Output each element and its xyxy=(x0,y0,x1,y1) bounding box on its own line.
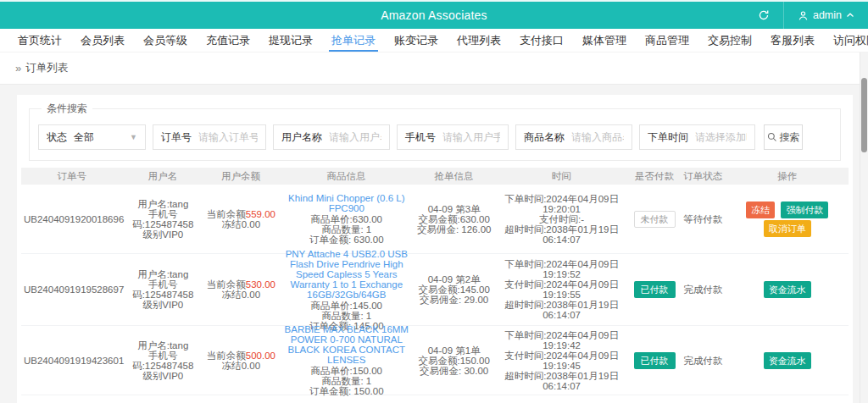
user-balance: 当前余额500.00 冻结0.00 xyxy=(203,351,280,371)
col-header-balance: 用户余额 xyxy=(203,171,279,181)
expire-time: 超时时间:2038年01月19日 06:14:07 xyxy=(497,300,626,320)
tab-recharge-records[interactable]: 充值记录 xyxy=(197,29,259,52)
balance-value: 530.00 xyxy=(246,279,275,290)
user-info: 用户名:tang 手机号码:125487458 级别VIP0 xyxy=(123,199,203,240)
product-title-link[interactable]: BARBIE MAX BLACK 16MM POWER 0-700 NATURA… xyxy=(281,324,411,365)
grab-amount: 交易金额:150.00 xyxy=(416,356,492,366)
tab-media-mgmt[interactable]: 媒体管理 xyxy=(573,29,636,52)
order-time-label: 下单时间 xyxy=(648,130,688,145)
grab-seq: 04-09 第1单 xyxy=(416,345,492,356)
tab-home-stats[interactable]: 首页统计 xyxy=(8,29,71,52)
tab-member-level[interactable]: 会员等级 xyxy=(134,29,197,52)
username-label: 用户名称 xyxy=(281,130,322,145)
expire-time: 超时时间:2038年01月19日 06:14:07 xyxy=(497,224,626,245)
user-name: 用户名:tang xyxy=(125,269,201,279)
product-title-link[interactable]: Khind Mini Chopper (0.6 L) FPC900 xyxy=(281,193,411,213)
tab-service-list[interactable]: 客服列表 xyxy=(761,29,824,52)
grab-info: 04-09 第2单 交易金额:145.00 交易佣金: 29.00 xyxy=(414,274,494,305)
user-balance: 当前余额559.00 冻结0.00 xyxy=(203,209,280,229)
grab-commission: 交易佣金: 29.00 xyxy=(416,295,492,305)
user-info: 用户名:tang 手机号码:125487458 级别VIP0 xyxy=(123,340,203,381)
product-qty: 商品数量: 1 xyxy=(281,311,411,321)
frozen-amount: 冻结0.00 xyxy=(206,290,277,300)
product-price: 商品单价:150.00 xyxy=(281,366,411,376)
order-amount: 订单金额: 150.00 xyxy=(281,386,411,396)
frozen-amount: 冻结0.00 xyxy=(206,361,277,371)
product-title-link[interactable]: PNY Attache 4 USB2.0 USB Flash Drive Pen… xyxy=(281,249,411,300)
time-info: 下单时间:2024年04月09日 19:19:52 支付时间:2024年04月0… xyxy=(494,259,629,320)
user-name: 用户名:tang xyxy=(125,340,201,351)
refresh-icon xyxy=(758,9,770,21)
cancel-order-button[interactable]: 取消订单 xyxy=(764,220,811,237)
product-name-input[interactable] xyxy=(571,131,624,143)
refresh-button[interactable] xyxy=(744,2,783,29)
col-header-user: 用户名 xyxy=(123,171,203,181)
frozen-amount: 冻结0.00 xyxy=(206,219,277,229)
status-select[interactable]: 状态 全部 ▼ xyxy=(38,124,146,150)
tab-member-list[interactable]: 会员列表 xyxy=(71,29,134,52)
order-no: UB2404091919423601 xyxy=(21,356,123,366)
admin-menu[interactable]: admin xyxy=(784,2,868,29)
tab-access-rights[interactable]: 访问权限 xyxy=(824,29,868,52)
tab-grab-records[interactable]: 抢单记录 xyxy=(322,29,385,52)
grab-amount: 交易金额:145.00 xyxy=(416,284,492,295)
pay-status-badge: 已付款 xyxy=(634,352,676,369)
search-button[interactable]: 搜索 xyxy=(764,124,803,150)
phone-field-group: 手机号 xyxy=(397,124,509,150)
tab-payment-api[interactable]: 支付接口 xyxy=(510,29,573,52)
phone-input[interactable] xyxy=(442,131,500,143)
tab-withdraw-records[interactable]: 提现记录 xyxy=(259,29,322,52)
order-status: 完成付款 xyxy=(680,284,726,295)
force-pay-button[interactable]: 强制付款 xyxy=(781,202,828,218)
pay-status-badge: 未付款 xyxy=(634,211,676,228)
balance-label: 当前余额 xyxy=(207,351,246,361)
order-no: UB2404091919528697 xyxy=(21,284,123,295)
row-actions: 资金流水 xyxy=(726,280,849,299)
user-icon xyxy=(798,10,809,21)
product-name-label: 商品名称 xyxy=(524,130,565,145)
order-no-input[interactable] xyxy=(198,131,258,143)
balance-label: 当前余额 xyxy=(207,209,246,219)
user-level: 级别VIP0 xyxy=(125,300,201,310)
tab-product-mgmt[interactable]: 商品管理 xyxy=(636,29,698,52)
order-status: 等待付款 xyxy=(680,214,726,224)
created-time: 下单时间:2024年04月09日 19:20:01 xyxy=(497,194,626,214)
freeze-button[interactable]: 冻结 xyxy=(746,202,775,218)
grab-commission: 交易佣金: 30.00 xyxy=(416,366,492,376)
user-name: 用户名:tang xyxy=(125,199,201,209)
grab-seq: 04-09 第3单 xyxy=(416,204,492,214)
col-header-grab-info: 抢单信息 xyxy=(414,171,494,181)
status-value: 全部 xyxy=(74,130,130,145)
fund-flow-button[interactable]: 资金流水 xyxy=(764,281,811,298)
main-nav: 首页统计 会员列表 会员等级 充值记录 提现记录 抢单记录 账变记录 代理列表 … xyxy=(0,29,868,52)
order-no-field-group: 订单号 xyxy=(153,124,266,150)
admin-username: admin xyxy=(813,9,842,21)
balance-value: 500.00 xyxy=(246,351,275,361)
scrollbar-track[interactable] xyxy=(860,52,868,403)
created-time: 下单时间:2024年04月09日 19:19:42 xyxy=(497,330,626,351)
user-phone: 手机号码:125487458 xyxy=(125,279,201,300)
user-info: 用户名:tang 手机号码:125487458 级别VIP0 xyxy=(123,269,203,310)
order-time-input[interactable] xyxy=(695,131,747,143)
balance-label: 当前余额 xyxy=(207,279,246,290)
product-price: 商品单价:630.00 xyxy=(281,214,411,224)
search-panel: 条件搜索 状态 全部 ▼ 订单号 用户名称 手机号 商品名称 xyxy=(29,102,841,161)
row-actions: 资金流水 xyxy=(726,351,849,370)
page-title: 订单列表 xyxy=(25,61,68,75)
breadcrumb: » 订单列表 xyxy=(0,52,868,85)
username-input[interactable] xyxy=(329,131,381,143)
grab-commission: 交易佣金: 126.00 xyxy=(416,224,492,235)
tab-account-changes[interactable]: 账变记录 xyxy=(385,29,448,52)
product-info: BARBIE MAX BLACK 16MM POWER 0-700 NATURA… xyxy=(279,324,414,396)
grab-info: 04-09 第1单 交易金额:150.00 交易佣金: 30.00 xyxy=(414,345,494,376)
grab-info: 04-09 第3单 交易金额:630.00 交易佣金: 126.00 xyxy=(414,204,494,235)
scrollbar-thumb[interactable] xyxy=(861,78,867,152)
col-header-order-status: 订单状态 xyxy=(680,171,726,181)
fund-flow-button[interactable]: 资金流水 xyxy=(764,352,811,369)
product-info: PNY Attache 4 USB2.0 USB Flash Drive Pen… xyxy=(279,249,414,331)
tab-trade-control[interactable]: 交易控制 xyxy=(698,29,761,52)
tab-agent-list[interactable]: 代理列表 xyxy=(448,29,510,52)
paid-time: 支付时间:2024年04月09日 19:19:55 xyxy=(497,279,626,300)
username-field-group: 用户名称 xyxy=(273,124,390,150)
content-card: 条件搜索 状态 全部 ▼ 订单号 用户名称 手机号 商品名称 xyxy=(17,95,853,403)
